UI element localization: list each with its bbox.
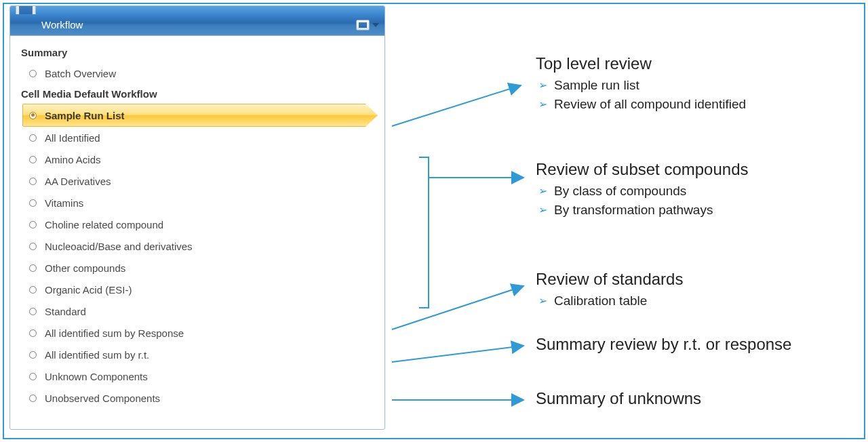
- nav-item-all-identified[interactable]: All Identified: [22, 127, 378, 148]
- nav-item-label: Unknown Components: [45, 371, 148, 382]
- panel-body: Summary Batch Overview Cell Media Defaul…: [10, 36, 384, 411]
- annotation-top-level-review: Top level review Sample run list Review …: [536, 54, 746, 113]
- summary-header: Summary: [21, 47, 378, 58]
- nav-item-label: All Identified: [45, 132, 100, 144]
- annotation-summary-unknowns: Summary of unknowns: [536, 389, 701, 408]
- nav-item-standard[interactable]: Standard: [22, 300, 378, 322]
- nav-item-label: Nucleoacid/Base and derivatives: [45, 241, 193, 252]
- nav-item-nucleoacid[interactable]: Nucleoacid/Base and derivatives: [22, 235, 378, 257]
- annotation-bullets: Sample run list Review of all compound i…: [536, 76, 746, 113]
- annotation-title: Review of subset compounds: [536, 160, 749, 179]
- nav-item-label: Organic Acid (ESI-): [45, 284, 132, 296]
- radio-icon: [29, 351, 37, 359]
- nav-item-label: Choline related compound: [45, 219, 163, 230]
- nav-item-batch-overview[interactable]: Batch Overview: [22, 62, 378, 84]
- nav-item-sum-by-response[interactable]: All identified sum by Response: [22, 322, 378, 344]
- radio-icon: [29, 395, 37, 402]
- annotation-bullets: By class of compounds By transformation …: [536, 182, 749, 219]
- nav-item-other-compounds[interactable]: Other compounds: [22, 257, 378, 279]
- nav-item-label: AA Derivatives: [45, 176, 111, 187]
- nav-item-unobserved-components[interactable]: Unobserved Components: [22, 387, 378, 409]
- nav-item-label: Standard: [45, 306, 86, 317]
- nav-item-label: All identified sum by r.t.: [45, 349, 149, 361]
- radio-icon: [29, 70, 37, 77]
- radio-icon: [29, 329, 37, 337]
- annotation-bullet: Review of all compound identified: [538, 95, 746, 114]
- radio-icon: [29, 308, 37, 315]
- radio-icon: [29, 221, 37, 228]
- nav-item-sample-run-list[interactable]: Sample Run List: [22, 104, 378, 127]
- annotation-bullet: By class of compounds: [538, 182, 749, 201]
- annotation-title: Top level review: [536, 54, 746, 73]
- panel-titlebar: Workflow: [10, 6, 384, 36]
- nav-item-label: Amino Acids: [45, 154, 101, 165]
- annotation-standards: Review of standards Calibration table: [536, 270, 683, 310]
- annotation-title: Summary of unknowns: [536, 389, 701, 408]
- radio-icon: [29, 156, 37, 163]
- annotation-subset-compounds: Review of subset compounds By class of c…: [536, 160, 749, 219]
- annotation-bullets: Calibration table: [536, 292, 683, 310]
- annotation-title: Review of standards: [536, 270, 683, 289]
- panel-title: Workflow: [41, 19, 83, 31]
- radio-icon: [29, 286, 37, 294]
- nav-item-amino-acids[interactable]: Amino Acids: [22, 148, 378, 170]
- nav-item-label: Sample Run List: [45, 110, 125, 121]
- radio-icon: [29, 178, 37, 185]
- nav-item-label: All identified sum by Response: [45, 327, 184, 339]
- radio-icon: [29, 134, 37, 142]
- nav-item-label: Other compounds: [45, 262, 125, 274]
- titlebar-main: Workflow: [10, 14, 384, 36]
- nav-item-unknown-components[interactable]: Unknown Components: [22, 365, 378, 387]
- titlebar-controls[interactable]: [356, 20, 379, 31]
- nav-item-sum-by-rt[interactable]: All identified sum by r.t.: [22, 344, 378, 365]
- workflow-panel: Workflow Summary Batch Overview Cell Med…: [9, 5, 385, 430]
- radio-icon: [29, 373, 37, 380]
- display-mode-icon: [356, 20, 370, 31]
- nav-item-label: Batch Overview: [45, 68, 116, 79]
- radio-icon: [29, 243, 37, 250]
- nav-item-label: Unobserved Components: [45, 393, 160, 404]
- nav-item-choline[interactable]: Choline related compound: [22, 214, 378, 235]
- nav-item-aa-derivatives[interactable]: AA Derivatives: [22, 170, 378, 192]
- titlebar-top-strip: [10, 6, 384, 14]
- annotation-bullet: Sample run list: [538, 76, 746, 95]
- nav-item-vitamins[interactable]: Vitamins: [22, 192, 378, 214]
- annotation-summary-rt-response: Summary review by r.t. or response: [536, 335, 791, 354]
- chevron-down-icon: [372, 23, 379, 27]
- nav-item-label: Vitamins: [45, 197, 83, 209]
- radio-icon: [29, 264, 37, 272]
- annotation-title: Summary review by r.t. or response: [536, 335, 791, 354]
- nav-item-organic-acid[interactable]: Organic Acid (ESI-): [22, 279, 378, 300]
- annotation-bullet: Calibration table: [538, 292, 683, 310]
- annotation-bullet: By transformation pathways: [538, 201, 749, 220]
- radio-icon: [29, 112, 37, 119]
- workflow-header: Cell Media Default Workflow: [21, 88, 378, 100]
- radio-icon: [29, 199, 37, 207]
